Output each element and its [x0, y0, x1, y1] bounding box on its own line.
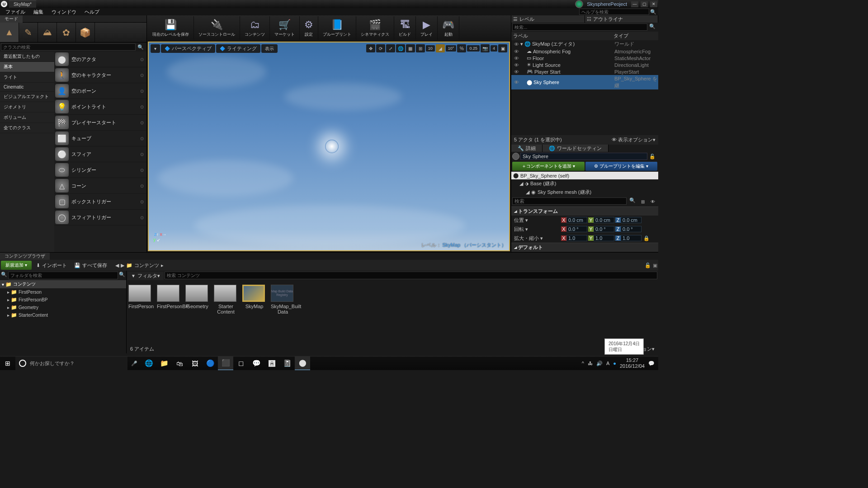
actor-name-input[interactable]	[520, 153, 647, 160]
taskbar-explorer-icon[interactable]: 📁	[156, 357, 172, 371]
class-search-input[interactable]	[1, 43, 136, 51]
tray-network-icon[interactable]: 🖧	[588, 361, 593, 366]
scale-snap-button[interactable]: %	[457, 44, 466, 52]
actor-item[interactable]: ⬤空のアクタ⊙	[54, 52, 146, 67]
import-button[interactable]: ⬇インポート	[33, 262, 70, 269]
geometry-mode-button[interactable]: 📦	[76, 23, 95, 42]
visibility-icon[interactable]: 👁	[512, 56, 520, 61]
menu-help[interactable]: ヘルプ	[81, 8, 103, 16]
folder-search-input[interactable]	[8, 272, 118, 279]
location-x-input[interactable]: 0.0 cm	[566, 217, 587, 223]
folder-tree-item[interactable]: ▾ 📁 コンテンツ	[0, 280, 126, 288]
build-button[interactable]: 🏗ビルド	[394, 16, 416, 40]
component-row[interactable]: ◢ ⬗ Base (継承)	[511, 179, 658, 188]
add-component-button[interactable]: ＋コンポーネントを追加 ▾	[512, 162, 585, 171]
add-new-button[interactable]: 新規追加 ▾	[1, 261, 32, 270]
maximize-viewport-button[interactable]: ▣	[498, 44, 507, 52]
outliner-search-input[interactable]	[512, 23, 647, 31]
section-transform[interactable]: トランスフォーム	[511, 206, 658, 216]
actor-item[interactable]: ⬜キューブ⊙	[54, 131, 146, 146]
category-item[interactable]: ライト	[0, 72, 54, 83]
transform-move-button[interactable]: ✥	[366, 44, 375, 52]
asset-item[interactable]: FirstPersonBP	[157, 285, 181, 341]
lock-icon[interactable]: 🔓	[647, 154, 657, 160]
actor-item[interactable]: ⬭シリンダー⊙	[54, 162, 146, 178]
content-button[interactable]: 🗂コンテンツ	[240, 16, 270, 40]
rotation-y-input[interactable]: 0.0 °	[594, 226, 614, 232]
content-browser-tab[interactable]: コンテンツブラウザ	[0, 253, 50, 260]
location-z-input[interactable]: 0.0 cm	[621, 217, 642, 223]
actor-item[interactable]: ▢ボックストリガー⊙	[54, 194, 146, 210]
tray-ime-icon[interactable]: A	[606, 361, 609, 366]
menu-file[interactable]: ファイル	[2, 8, 29, 16]
level-link[interactable]: SkyMap	[442, 242, 460, 248]
taskbar-store-icon[interactable]: 🛍	[172, 357, 187, 371]
modes-tab[interactable]: モード	[0, 15, 23, 23]
project-badge-icon[interactable]	[575, 0, 583, 8]
visibility-icon[interactable]: 👁	[512, 49, 520, 54]
lock-scale-icon[interactable]: 🔒	[643, 235, 650, 241]
back-button[interactable]: ◀	[115, 263, 119, 268]
taskbar-line-icon[interactable]: 💬	[249, 357, 264, 371]
folder-tree-item[interactable]: ▸ 📁 FirstPersonBP	[0, 296, 126, 304]
actor-item[interactable]: ◯スフィアトリガー⊙	[54, 210, 146, 225]
info-icon[interactable]: ⊙	[140, 152, 144, 157]
info-icon[interactable]: ⊙	[140, 120, 144, 125]
start-button[interactable]: ⊞	[0, 357, 15, 371]
surface-snap-button[interactable]: ▦	[406, 44, 415, 52]
details-search-input[interactable]	[512, 197, 627, 205]
actor-item[interactable]: 💡ポイントライト⊙	[54, 99, 146, 115]
asset-item[interactable]: FirstPerson	[128, 285, 152, 341]
source-control-button[interactable]: 🔌ソースコントロール	[194, 16, 240, 40]
viewport-options-button[interactable]: ▾	[151, 44, 160, 53]
scale-z-input[interactable]: 1.0	[621, 235, 642, 241]
help-search-input[interactable]	[579, 9, 649, 15]
marketplace-button[interactable]: 🛒マーケット	[270, 16, 300, 40]
outliner-tab[interactable]: ☷アウトライナ	[585, 15, 659, 23]
angle-snap-button[interactable]: ◢	[436, 44, 445, 52]
taskbar-app-icon[interactable]: ◻	[233, 357, 249, 371]
info-icon[interactable]: ⊙	[140, 199, 144, 204]
taskbar-ai-icon[interactable]: 🅰	[264, 357, 279, 371]
tray-volume-icon[interactable]: 🔊	[596, 361, 603, 366]
scale-y-input[interactable]: 1.0	[594, 235, 614, 241]
folder-tree-item[interactable]: ▸ 📁 FirstPerson	[0, 288, 126, 296]
menu-window[interactable]: ウィンドウ	[48, 8, 80, 16]
info-icon[interactable]: ⊙	[140, 215, 144, 220]
launch-button[interactable]: 🎮起動	[438, 16, 459, 40]
outliner-row[interactable]: 👁▾ 🌐 SkyMap (エディタ)ワールド	[511, 40, 658, 48]
info-icon[interactable]: ⊙	[140, 57, 144, 62]
window-maximize-button[interactable]: ▢	[641, 1, 648, 7]
asset-item[interactable]: Geometry	[185, 285, 209, 341]
menu-edit[interactable]: 編集	[30, 8, 47, 16]
component-row[interactable]: ◢ ◉ Sky Sphere mesh (継承)	[511, 188, 658, 197]
asset-item[interactable]: SkyMap	[242, 285, 266, 341]
details-tab[interactable]: 🔧詳細	[511, 145, 542, 152]
taskbar-chrome-icon[interactable]: 🔵	[203, 357, 218, 371]
window-minimize-button[interactable]: —	[631, 1, 638, 7]
actor-item[interactable]: △コーン⊙	[54, 178, 146, 194]
visibility-icon[interactable]: 👁	[512, 42, 520, 47]
world-settings-tab[interactable]: 🌐ワールドセッティン	[542, 145, 609, 152]
foliage-mode-button[interactable]: ✿	[57, 23, 76, 42]
outliner-row[interactable]: 👁🎮 Player StartPlayerStart	[511, 68, 658, 75]
filter-button[interactable]: ▼フィルタ▾	[127, 272, 164, 280]
actor-item[interactable]: 🏁プレイヤースタート⊙	[54, 115, 146, 131]
window-close-button[interactable]: ✕	[650, 1, 657, 7]
asset-item[interactable]: Map Build Data RegistrySkyMap_Built Data	[271, 285, 295, 341]
outliner-row[interactable]: 👁⬤ Sky SphereBP_Sky_Sphere を継	[511, 75, 658, 89]
lock-icon[interactable]: 🔓	[645, 263, 651, 268]
save-all-button[interactable]: 💾すべて保存	[71, 262, 110, 269]
dock-icon[interactable]: ▣	[653, 263, 657, 268]
settings-button[interactable]: ⚙設定	[300, 16, 318, 40]
show-button[interactable]: 表示	[261, 44, 278, 53]
info-icon[interactable]: ⊙	[140, 136, 144, 141]
outliner-row[interactable]: 👁☀ Light SourceDirectionalLight	[511, 61, 658, 68]
breadcrumb[interactable]: コンテンツ	[134, 262, 159, 269]
info-icon[interactable]: ⊙	[140, 168, 144, 173]
visibility-icon[interactable]: 👁	[512, 69, 520, 75]
category-item[interactable]: ボリューム	[0, 113, 54, 123]
location-y-input[interactable]: 0.0 cm	[594, 217, 614, 223]
save-button[interactable]: 💾現在のレベルを保存	[148, 16, 194, 40]
play-button[interactable]: ▶プレイ	[416, 16, 438, 40]
